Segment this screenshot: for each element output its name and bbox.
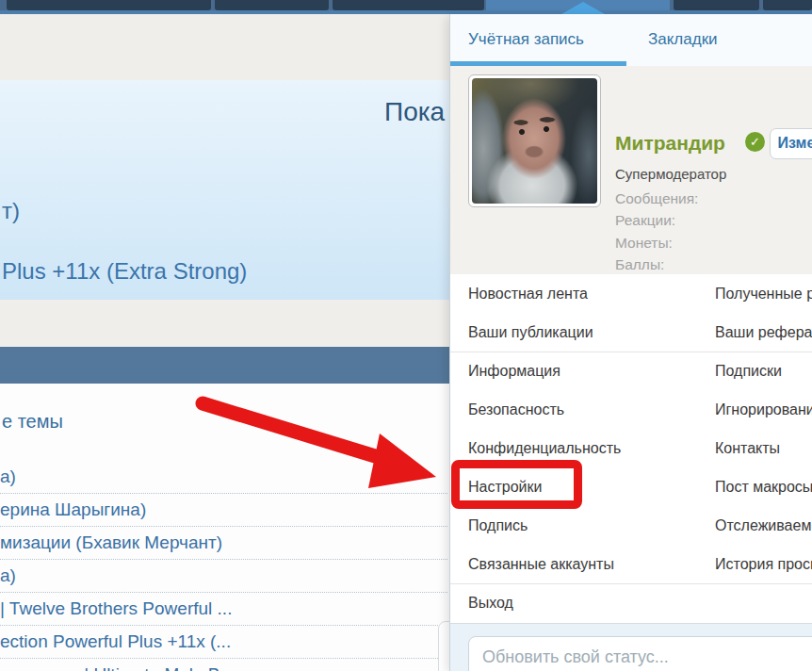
thread-link[interactable]: мизации (Бхавик Мерчант) xyxy=(0,527,447,560)
nav-tab[interactable] xyxy=(763,0,812,10)
menu-item-connected-accounts[interactable]: Связанные аккаунты xyxy=(468,545,614,583)
menu-item-subscriptions[interactable]: Подписки xyxy=(715,352,782,390)
avatar-image xyxy=(472,78,597,204)
thread-link[interactable]: | Twelve Brothers Powerful ... xyxy=(0,593,447,626)
status-input[interactable] xyxy=(468,636,812,671)
nav-tab[interactable] xyxy=(333,0,484,10)
content-text-fragment: т) xyxy=(2,198,20,224)
stat-messages-label: Сообщения: xyxy=(615,188,698,209)
dropdown-caret-icon xyxy=(561,2,605,14)
edit-button[interactable]: Изменить xyxy=(770,128,812,159)
content-link-fragment[interactable]: Plus +11x (Extra Strong) xyxy=(2,258,247,285)
menu-item-privacy[interactable]: Конфиденциальность xyxy=(468,429,621,467)
menu-item-ignoring[interactable]: Игнорирование xyxy=(715,390,812,429)
menu-item-logout[interactable]: Выход xyxy=(468,583,513,622)
similar-threads-heading: е темы xyxy=(2,411,63,433)
menu-item-news-feed[interactable]: Новостная лента xyxy=(468,274,588,313)
tab-account[interactable]: Учётная запись xyxy=(468,30,584,49)
thread-link[interactable]: ection Powerful Plus +11x (... xyxy=(0,626,447,659)
dropdown-tabbar: Учётная запись Закладки xyxy=(450,14,812,67)
menu-item-security[interactable]: Безопасность xyxy=(468,390,564,429)
user-avatar[interactable] xyxy=(468,74,601,207)
menu-item-post-macros[interactable]: Пост макросы xyxy=(715,467,812,506)
menu-item-information[interactable]: Информация xyxy=(468,352,560,390)
thread-link[interactable]: а) xyxy=(0,560,447,593)
menu-item-watched[interactable]: Отслеживаемое xyxy=(715,506,812,545)
menu-item-your-referrals[interactable]: Ваши рефералы xyxy=(715,313,812,352)
stat-reactions-label: Реакции: xyxy=(615,209,698,231)
thread-list: а) ерина Шарыгина) мизации (Бхавик Мерча… xyxy=(0,461,447,671)
menu-item-preferences[interactable]: Настройки xyxy=(468,467,542,506)
status-footer xyxy=(450,623,812,671)
thread-link[interactable]: а) xyxy=(0,461,447,494)
thread-link[interactable]: ерина Шарыгина) xyxy=(0,494,447,527)
account-dropdown-panel: Учётная запись Закладки Митрандир ✓ Изме… xyxy=(449,14,812,671)
account-menu: Новостная лента Ваши публикации Информац… xyxy=(450,274,812,623)
menu-divider xyxy=(450,583,812,584)
menu-item-reactions-received[interactable]: Полученные реакции xyxy=(715,274,812,313)
thread-link[interactable]: я красота | Ultimate Male B... xyxy=(0,659,447,671)
username-link[interactable]: Митрандир xyxy=(615,132,725,155)
stat-coins-label: Монеты: xyxy=(615,232,698,254)
nav-tab[interactable] xyxy=(674,0,759,10)
menu-item-view-history[interactable]: История просмотра xyxy=(715,545,812,583)
nav-tab[interactable] xyxy=(7,0,211,10)
top-navbar xyxy=(0,0,812,14)
user-summary-section: Митрандир ✓ Изменить Супермодератор Сооб… xyxy=(450,66,812,275)
menu-item-contacts[interactable]: Контакты xyxy=(715,429,780,467)
page-heading-fragment: Пока xyxy=(384,97,445,127)
menu-divider xyxy=(450,352,812,352)
verified-icon: ✓ xyxy=(745,132,765,152)
nav-tab[interactable] xyxy=(215,0,329,10)
forum-page: Пока т) Plus +11x (Extra Strong) е темы … xyxy=(0,0,812,671)
user-role-label: Супермодератор xyxy=(615,166,726,182)
menu-item-signature[interactable]: Подпись xyxy=(468,506,528,545)
stat-points-label: Баллы: xyxy=(615,254,698,275)
menu-item-your-content[interactable]: Ваши публикации xyxy=(468,313,593,352)
tab-bookmarks[interactable]: Закладки xyxy=(648,30,718,49)
